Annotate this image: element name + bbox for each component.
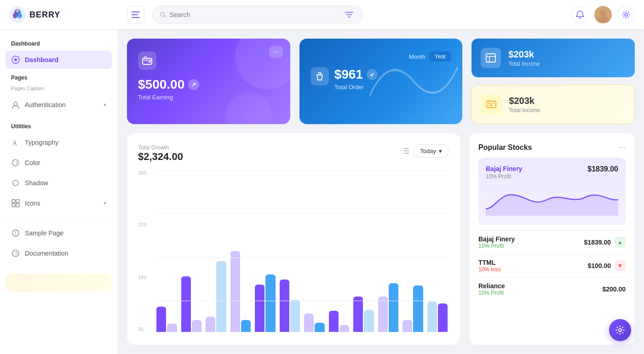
bajaj-info: Bajaj Finery 10% Profit — [478, 235, 515, 249]
dashboard-icon — [11, 55, 20, 64]
right-cards: $203k Total Income — [472, 39, 635, 124]
notification-button[interactable] — [571, 6, 589, 23]
reliance-price: $200.00 — [602, 285, 626, 293]
featured-stock-name: Bajaj Finery — [486, 165, 522, 172]
y-axis: 360 270 180 90 — [138, 168, 155, 334]
bar-purple — [353, 297, 363, 332]
bar-group-12 — [427, 231, 449, 332]
order-card: Month Year $961 ↙ — [299, 39, 463, 124]
wave-decoration — [365, 39, 463, 124]
typography-icon: A — [11, 138, 20, 147]
svg-rect-5 — [132, 11, 140, 12]
bar-blue — [413, 285, 423, 332]
svg-rect-7 — [132, 17, 140, 18]
fab-settings-button[interactable] — [609, 319, 631, 341]
reliance-profit: 10% Profit — [478, 290, 505, 296]
svg-rect-24 — [16, 200, 19, 203]
stock-list: Bajaj Finery 10% Profit $1839.00 ▲ TTML … — [478, 230, 626, 301]
stocks-more-button[interactable]: ··· — [619, 143, 626, 152]
sidebar-bottom-decoration — [6, 274, 112, 292]
bar-light — [192, 320, 201, 332]
sample-page-icon — [11, 228, 20, 238]
bar-light — [167, 324, 177, 332]
income-blue-text: $203k Total Income — [508, 49, 540, 67]
ttml-trend-icon: ▼ — [615, 260, 626, 271]
ttml-info: TTML 10% loss — [478, 259, 501, 273]
svg-rect-39 — [490, 103, 492, 104]
settings-button[interactable] — [617, 6, 635, 23]
featured-stock-header: Bajaj Finery 10% Profit $1839.00 — [486, 165, 618, 180]
shopping-bag-icon — [315, 71, 325, 81]
chevron-down-icon: ▾ — [439, 148, 442, 154]
bar-blue — [389, 283, 398, 332]
stock-list-item-ttml: TTML 10% loss $100.00 ▼ — [478, 254, 626, 277]
sidebar-item-shadow-label: Shadow — [25, 179, 48, 187]
bar-light — [304, 314, 314, 332]
svg-rect-25 — [12, 204, 15, 207]
bar-group-7 — [304, 231, 326, 332]
color-icon — [11, 158, 20, 167]
svg-rect-26 — [16, 204, 19, 207]
chart-title: Total Growth — [138, 144, 183, 151]
svg-line-9 — [164, 16, 166, 17]
income1-amount: $203k — [508, 49, 540, 60]
svg-point-2 — [13, 13, 17, 18]
sidebar-item-sample-page-label: Sample Page — [25, 229, 63, 237]
sidebar-item-shadow[interactable]: Shadow — [6, 174, 112, 192]
svg-rect-38 — [488, 103, 489, 104]
bar-purple — [280, 280, 289, 332]
bar-purple — [438, 303, 448, 332]
stock-list-item-bajaj: Bajaj Finery 10% Profit $1839.00 ▲ — [478, 230, 626, 254]
featured-stock-value: $1839.00 — [587, 165, 618, 173]
sidebar-item-documentation[interactable]: ? Documentation — [6, 244, 112, 263]
svg-point-18 — [14, 102, 17, 106]
bar-group-3 — [206, 231, 228, 332]
bar-group-9 — [353, 231, 375, 332]
svg-rect-23 — [12, 200, 15, 203]
bar-purple — [329, 311, 339, 332]
bajaj-profit: 10% Profit — [478, 243, 515, 249]
bar-blue — [265, 274, 275, 332]
svg-text:?: ? — [15, 251, 17, 257]
sidebar-item-authentication[interactable]: Authentication ▾ — [6, 96, 112, 114]
bar-blue — [241, 320, 251, 332]
svg-point-3 — [17, 13, 22, 18]
sidebar-item-icons[interactable]: Icons ▾ — [6, 194, 112, 212]
dashboard-section-title: Dashboard — [6, 37, 112, 49]
sidebar-item-typography[interactable]: A Typography — [6, 133, 112, 152]
earning-more-button[interactable]: ··· — [269, 46, 282, 58]
svg-point-17 — [14, 58, 17, 61]
hamburger-button[interactable] — [127, 6, 144, 23]
icons-chevron-icon: ▾ — [104, 200, 106, 206]
chart-controls: ☰ Today ▾ — [403, 144, 449, 158]
bar-group-2 — [181, 231, 203, 332]
chart-menu-button[interactable]: ☰ — [403, 147, 409, 155]
search-input[interactable] — [170, 11, 339, 18]
bar-chart — [156, 168, 449, 334]
chart-header: Total Growth $2,324.00 ☰ Today ▾ — [138, 144, 449, 163]
sidebar-item-sample-page[interactable]: Sample Page — [6, 224, 112, 242]
svg-rect-40 — [493, 103, 494, 104]
bar-lightblue — [364, 310, 374, 332]
avatar-image — [594, 6, 612, 23]
bar-light — [339, 325, 349, 332]
ttml-right: $100.00 ▼ — [587, 260, 626, 271]
bottom-row: Total Growth $2,324.00 ☰ Today ▾ — [127, 133, 635, 345]
main-layout: Dashboard Dashboard Pages Pages Caption … — [0, 29, 644, 354]
utilities-section-title: Utilities — [6, 120, 112, 131]
header-right — [571, 6, 635, 23]
bar-purple — [181, 276, 191, 332]
sidebar-item-color-label: Color — [25, 159, 40, 166]
bar-group-11 — [402, 231, 425, 332]
sidebar-item-dashboard[interactable]: Dashboard — [6, 51, 112, 69]
featured-stock-card: Bajaj Finery 10% Profit $1839.00 — [478, 158, 626, 225]
chart-with-labels: 360 270 180 90 — [138, 168, 449, 334]
bar-purple — [255, 285, 264, 332]
today-filter-button[interactable]: Today ▾ — [413, 144, 449, 158]
logo-area: BERRY — [9, 6, 120, 23]
user-avatar[interactable] — [594, 6, 612, 23]
svg-rect-33 — [149, 61, 151, 63]
sidebar-item-color[interactable]: Color — [6, 154, 112, 172]
keyboard-icon — [486, 100, 496, 109]
search-filter-button[interactable] — [343, 7, 356, 22]
